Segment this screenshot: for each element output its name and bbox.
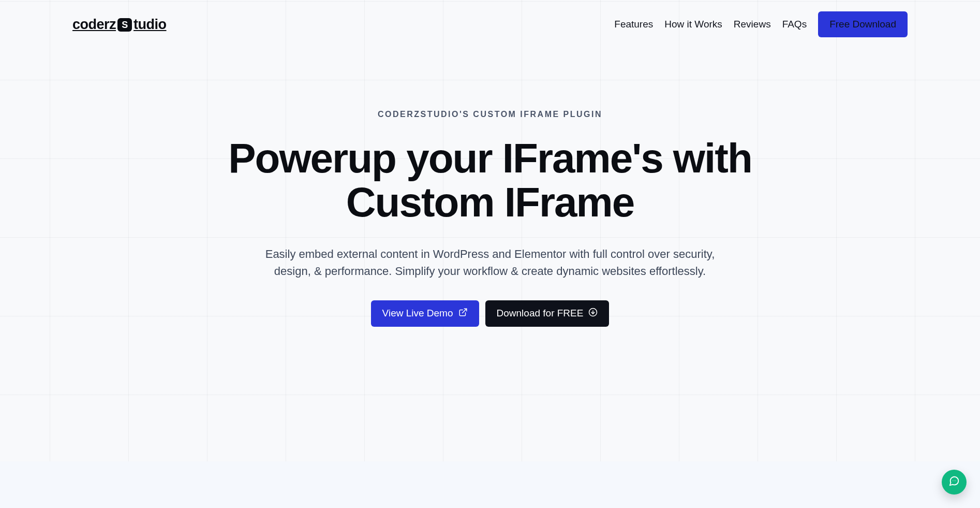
bottom-band bbox=[0, 461, 980, 508]
brand-logo[interactable]: coderz S tudio bbox=[72, 17, 167, 33]
hero-cta-row: View Live Demo Download for FREE bbox=[180, 300, 800, 327]
download-for-free-button[interactable]: Download for FREE bbox=[485, 300, 610, 327]
svg-point-5 bbox=[955, 481, 956, 481]
button-label: Free Download bbox=[829, 19, 896, 30]
nav-label: Features bbox=[614, 19, 653, 30]
hero-subtitle: Easily embed external content in WordPre… bbox=[252, 245, 728, 280]
nav-link-reviews[interactable]: Reviews bbox=[734, 19, 771, 30]
hero-section: CODERZSTUDIO'S CUSTOM IFRAME PLUGIN Powe… bbox=[169, 37, 811, 327]
view-live-demo-button[interactable]: View Live Demo bbox=[371, 300, 479, 327]
hero-title: Powerup your IFrame's with Custom IFrame bbox=[180, 137, 800, 225]
button-label: Download for FREE bbox=[497, 308, 584, 319]
chat-widget-button[interactable] bbox=[942, 470, 967, 495]
free-download-button[interactable]: Free Download bbox=[818, 11, 908, 37]
svg-point-3 bbox=[953, 481, 953, 481]
nav-link-faqs[interactable]: FAQs bbox=[782, 19, 807, 30]
svg-line-0 bbox=[462, 309, 466, 313]
brand-name-part-b: tudio bbox=[133, 17, 166, 33]
nav-link-how-it-works[interactable]: How it Works bbox=[664, 19, 722, 30]
brand-name-part-a: coderz bbox=[72, 17, 116, 33]
button-label: View Live Demo bbox=[382, 308, 453, 319]
svg-point-4 bbox=[954, 481, 954, 481]
external-link-icon bbox=[458, 308, 468, 320]
nav-label: FAQs bbox=[782, 19, 807, 30]
hero-eyebrow: CODERZSTUDIO'S CUSTOM IFRAME PLUGIN bbox=[180, 110, 800, 119]
brand-badge: S bbox=[117, 18, 132, 32]
download-circle-icon bbox=[588, 308, 598, 320]
primary-nav: Features How it Works Reviews FAQs Free … bbox=[614, 11, 908, 37]
nav-label: Reviews bbox=[734, 19, 771, 30]
site-header: coderz S tudio Features How it Works Rev… bbox=[0, 0, 980, 37]
nav-label: How it Works bbox=[664, 19, 722, 30]
nav-link-features[interactable]: Features bbox=[614, 19, 653, 30]
chat-icon bbox=[948, 475, 960, 489]
